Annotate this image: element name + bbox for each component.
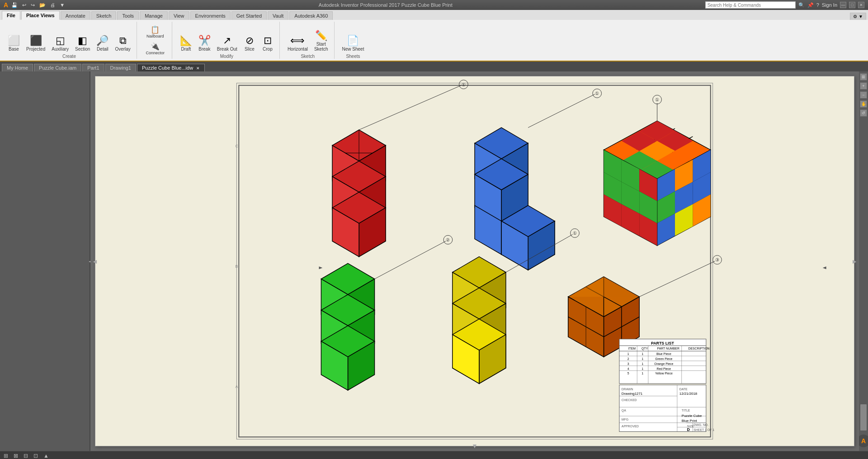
parts-list-table: PARTS LIST ITEM QTY PART NUMBER DESCRIPT… [619,339,710,383]
slice-btn[interactable]: ⊘ Slice [241,34,258,53]
nailboard-label: Nailboard [146,34,164,38]
options-btn[interactable]: ⚙ ▼ [850,13,866,20]
svg-text:D: D [687,427,690,432]
svg-text:4: 4 [627,367,629,370]
status-expand-btn[interactable]: ▲ [43,453,49,459]
svg-text:①: ① [655,97,659,102]
break-out-label: Break Out [217,47,237,52]
break-out-btn[interactable]: ↗ Break Out [215,34,240,53]
quick-access-print[interactable]: 🖨 [49,2,57,8]
crop-btn[interactable]: ⊡ Crop [259,34,276,53]
auxiliary-icon: ◱ [56,36,65,46]
close-tab-icon[interactable]: ✕ [196,66,200,71]
sketch-buttons: ⟺ Horizontal ✏️ StartSketch [285,22,330,53]
new-sheet-label: New Sheet [342,47,364,52]
status-layout-btn[interactable]: ⊡ [33,453,38,459]
svg-text:1: 1 [642,352,643,355]
section-label: Section [75,47,90,52]
status-grid-btn[interactable]: ⊞ [4,453,8,459]
right-panel: ⊞ + − ✋ ↺ A [859,71,868,451]
tab-vault[interactable]: Vault [268,11,288,20]
tab-puzzle-cube-iam[interactable]: Puzzle Cube.iam [34,64,81,71]
tab-sketch[interactable]: Sketch [91,11,117,20]
sign-in-btn[interactable]: Sign In [822,2,837,8]
nailboard-btn[interactable]: 📋 Nailboard [144,24,167,40]
tab-puzzle-cube-idw[interactable]: Puzzle Cube Blue...idw ✕ [137,64,205,71]
create-label: Create [62,54,76,59]
projected-btn[interactable]: ⬛ Projected [24,34,47,53]
ribbon-tabs: File Place Views Annotate Sketch Tools M… [0,10,868,20]
svg-text:C: C [235,144,238,148]
tab-a360[interactable]: Autodesk A360 [289,11,333,20]
help-icon: ? [816,2,819,8]
close-btn[interactable]: ✕ [858,2,864,8]
tab-tools[interactable]: Tools [117,11,139,20]
svg-text:Blue Piece: Blue Piece [656,352,671,355]
svg-text:QA: QA [622,409,626,412]
tab-get-started[interactable]: Get Started [231,11,267,20]
break-btn[interactable]: ✂️ Break [196,34,213,53]
svg-text:A: A [235,384,238,389]
right-scrollbar[interactable] [860,404,867,431]
tab-manage[interactable]: Manage [140,11,168,20]
start-sketch-btn[interactable]: ✏️ StartSketch [312,29,330,53]
section-btn[interactable]: ◧ Section [73,34,92,53]
bottom-arrow-btn[interactable]: ▼ [472,442,478,450]
left-arrow-btn[interactable]: ◄ [92,258,98,265]
tab-part1[interactable]: Part1 [82,64,104,71]
drawing-area[interactable]: ① [90,71,859,451]
new-sheet-icon: 📄 [347,36,359,46]
svg-text:QTY: QTY [642,347,648,350]
zoom-out-btn[interactable]: − [860,91,867,99]
quick-access-open[interactable]: 📂 [38,2,47,9]
svg-text:③: ③ [715,257,719,262]
svg-text:3: 3 [627,362,629,365]
pan-btn[interactable]: ✋ [860,100,867,108]
tab-drawing1[interactable]: Drawing1 [105,64,136,71]
new-sheet-btn[interactable]: 📄 New Sheet [340,34,367,53]
connector-btn[interactable]: 🔌 Connector [144,41,167,57]
tab-place-views[interactable]: Place Views [21,11,60,20]
sheets-label: Sheets [346,54,360,59]
quick-access-redo[interactable]: ↪ [29,2,36,9]
right-arrow-btn[interactable]: ► [851,258,858,265]
titlebar-left: A 💾 ↩ ↪ 📂 🖨 ▼ [4,1,66,9]
quick-access-undo[interactable]: ↩ [21,2,28,9]
tab-view[interactable]: View [169,11,189,20]
base-btn[interactable]: ⬜ Base [5,34,22,53]
auxiliary-btn[interactable]: ◱ Auxiliary [49,34,71,53]
ribbon-group-nailboard: 📋 Nailboard 🔌 Connector [141,22,172,59]
zoom-in-btn[interactable]: + [860,82,867,90]
horizontal-btn[interactable]: ⟺ Horizontal [285,34,310,53]
section-icon: ◧ [78,36,87,46]
svg-text:DWG. NO.: DWG. NO. [693,423,708,426]
detail-icon: 🔎 [96,36,108,46]
svg-marker-180 [823,266,826,269]
svg-text:Blue Print: Blue Print [682,419,698,423]
maximize-btn[interactable]: □ [849,2,855,8]
quick-access-more[interactable]: ▼ [58,2,66,8]
svg-text:Puzzle Cube: Puzzle Cube [682,414,702,418]
detail-btn[interactable]: 🔎 Detail [94,34,111,53]
quick-access-save[interactable]: 💾 [10,2,19,9]
tab-annotate[interactable]: Annotate [61,11,90,20]
main-area: ◄ [0,71,868,451]
svg-text:1: 1 [642,372,643,375]
minimize-btn[interactable]: — [840,2,846,8]
nailboard-buttons: 📋 Nailboard 🔌 Connector [144,22,167,59]
help-search-input[interactable] [705,1,796,9]
draft-btn[interactable]: 📐 Draft [178,34,194,53]
ribbon-group-create: ⬜ Base ⬛ Projected ◱ Auxiliary ◧ Section… [4,22,137,59]
zoom-fit-btn[interactable]: ⊞ [860,73,867,80]
tab-environments[interactable]: Environments [190,11,231,20]
status-split-btn[interactable]: ⊟ [24,453,28,459]
inventor-logo: A [861,437,866,445]
tab-my-home[interactable]: My Home [2,64,33,71]
svg-text:TITLE: TITLE [682,409,690,412]
tab-file[interactable]: File [2,11,20,20]
status-check-btn[interactable]: ⊠ [14,453,18,459]
orbit-btn[interactable]: ↺ [860,109,867,117]
modify-label: Modify [220,54,233,59]
projected-icon: ⬛ [30,36,42,46]
overlay-btn[interactable]: ⧉ Overlay [113,34,132,53]
